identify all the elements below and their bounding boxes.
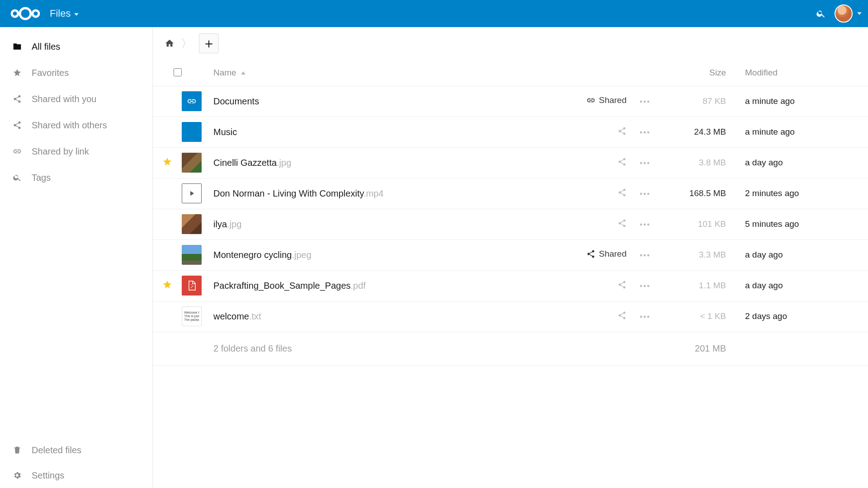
file-name[interactable]: Montenegro cycling.jpeg [213, 239, 557, 270]
file-modified: 2 minutes ago [741, 178, 868, 209]
share-icon[interactable] [618, 127, 627, 136]
file-name[interactable]: Music [213, 117, 557, 147]
folder-icon [182, 122, 202, 142]
file-extension: .jpg [277, 158, 291, 168]
column-header-name[interactable]: Name [213, 60, 557, 86]
table-row[interactable]: DocumentsShared87 KBa minute ago [153, 86, 868, 117]
summary-row: 2 folders and 6 files201 MB [153, 332, 868, 365]
share-cell[interactable] [557, 270, 629, 301]
sidebar-item-label: Shared with you [32, 94, 96, 104]
favorite-toggle[interactable] [153, 147, 182, 178]
logo-icon[interactable] [9, 5, 42, 22]
favorite-toggle[interactable] [153, 117, 182, 147]
select-all-checkbox[interactable] [174, 68, 182, 76]
image-thumbnail [182, 153, 202, 173]
sidebar-item-shared-with-you[interactable]: Shared with you [0, 86, 152, 112]
file-modified: a minute ago [741, 86, 868, 117]
sidebar-item-shared-by-link[interactable]: Shared by link [0, 138, 152, 164]
share-icon[interactable] [618, 157, 627, 166]
file-name[interactable]: Documents [213, 86, 557, 117]
more-actions[interactable] [629, 239, 660, 270]
summary-text: 2 folders and 6 files [213, 332, 557, 365]
image-thumbnail [182, 214, 202, 234]
favorite-toggle[interactable] [153, 86, 182, 117]
app-label: Files [50, 8, 71, 19]
user-menu-caret-icon[interactable] [857, 12, 862, 15]
file-name[interactable]: welcome.txt [213, 301, 557, 332]
file-modified: a minute ago [741, 117, 868, 147]
file-modified: a day ago [741, 270, 868, 301]
sidebar-item-tags[interactable]: Tags [0, 164, 152, 191]
file-size: 87 KB [660, 86, 741, 117]
sidebar-item-settings[interactable]: Settings [0, 463, 152, 488]
table-row[interactable]: Packrafting_Book_Sample_Pages.pdf1.1 MBa… [153, 270, 868, 301]
table-row[interactable]: Welcome tThis is justThe packawelcome.tx… [153, 301, 868, 332]
file-extension: .pdf [351, 281, 366, 291]
favorite-toggle[interactable] [153, 239, 182, 270]
file-modified: 5 minutes ago [741, 209, 868, 239]
avatar[interactable] [835, 5, 853, 23]
more-actions[interactable] [629, 270, 660, 301]
plus-icon: ＋ [202, 34, 216, 53]
more-actions[interactable] [629, 86, 660, 117]
shared-label: Shared [599, 95, 627, 105]
sidebar-item-favorites[interactable]: Favorites [0, 60, 152, 86]
column-header-modified[interactable]: Modified [741, 60, 868, 86]
svg-point-2 [33, 10, 39, 17]
share-cell[interactable] [557, 209, 629, 239]
more-actions[interactable] [629, 117, 660, 147]
breadcrumb-separator-icon: 〉 [181, 36, 193, 52]
share-cell[interactable] [557, 117, 629, 147]
sidebar-item-shared-with-others[interactable]: Shared with others [0, 112, 152, 138]
more-actions[interactable] [629, 147, 660, 178]
favorite-toggle[interactable] [153, 178, 182, 209]
breadcrumb: 〉 ＋ [153, 27, 868, 60]
share-cell[interactable] [557, 147, 629, 178]
home-icon[interactable] [165, 38, 175, 48]
table-row[interactable]: Music24.3 MBa minute ago [153, 117, 868, 147]
svg-point-1 [20, 8, 31, 19]
share-cell[interactable]: Shared [557, 239, 629, 270]
table-row[interactable]: Cinelli Gazzetta.jpg3.8 MBa day ago [153, 147, 868, 178]
file-size: 3.8 MB [660, 147, 741, 178]
favorite-toggle[interactable] [153, 301, 182, 332]
share-cell[interactable] [557, 301, 629, 332]
share-icon[interactable] [618, 188, 627, 197]
file-modified: a day ago [741, 147, 868, 178]
sidebar-item-label: Tags [32, 173, 51, 183]
more-actions[interactable] [629, 301, 660, 332]
search-button[interactable] [811, 4, 831, 23]
favorite-toggle[interactable] [153, 270, 182, 301]
file-name[interactable]: Don Norman - Living With Complexity.mp4 [213, 178, 557, 209]
share-icon[interactable] [618, 280, 627, 289]
share-icon[interactable] [618, 219, 627, 228]
file-modified: a day ago [741, 239, 868, 270]
file-modified: 2 days ago [741, 301, 868, 332]
file-extension: .jpeg [292, 250, 311, 260]
sidebar-item-deleted-files[interactable]: Deleted files [0, 437, 152, 463]
shared-label: Shared [599, 249, 627, 259]
share-cell[interactable] [557, 178, 629, 209]
sidebar-item-all-files[interactable]: All files [0, 33, 152, 60]
file-name[interactable]: Packrafting_Book_Sample_Pages.pdf [213, 270, 557, 301]
app-picker[interactable]: Files [50, 8, 79, 19]
table-row[interactable]: Montenegro cycling.jpegShared3.3 MBa day… [153, 239, 868, 270]
table-row[interactable]: ilya.jpg101 KB5 minutes ago [153, 209, 868, 239]
file-size: 101 KB [660, 209, 741, 239]
more-actions[interactable] [629, 209, 660, 239]
column-header-size[interactable]: Size [660, 60, 741, 86]
txt-icon: Welcome tThis is justThe packa [182, 306, 202, 326]
share-icon[interactable] [618, 311, 627, 320]
sidebar: All files Favorites Shared with you Shar… [0, 27, 153, 488]
image-thumbnail [182, 245, 202, 265]
more-actions[interactable] [629, 178, 660, 209]
sort-asc-icon [241, 71, 245, 75]
folder-shared-icon [182, 91, 202, 111]
favorite-toggle[interactable] [153, 209, 182, 239]
file-name[interactable]: Cinelli Gazzetta.jpg [213, 147, 557, 178]
new-button[interactable]: ＋ [199, 33, 219, 53]
share-cell[interactable]: Shared [557, 86, 629, 117]
table-row[interactable]: Don Norman - Living With Complexity.mp41… [153, 178, 868, 209]
sidebar-item-label: Favorites [32, 68, 69, 78]
file-name[interactable]: ilya.jpg [213, 209, 557, 239]
